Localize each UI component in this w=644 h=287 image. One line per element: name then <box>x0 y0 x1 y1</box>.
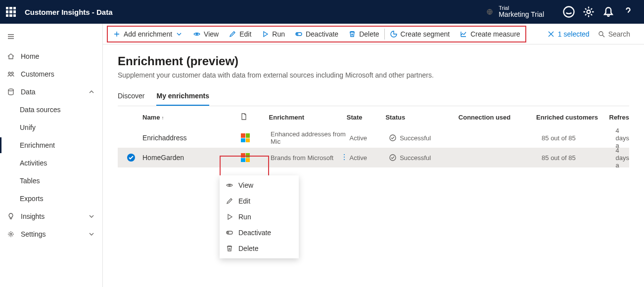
cmd-label: Deactivate <box>306 30 338 38</box>
sidebar-item-activities[interactable]: Activities <box>0 154 102 172</box>
sidebar-toggle[interactable] <box>0 26 102 47</box>
edit-icon <box>226 197 233 205</box>
cmd-run[interactable]: Run <box>256 27 290 41</box>
sort-asc-icon: ↑ <box>161 115 164 121</box>
search-button[interactable]: Search <box>598 30 630 38</box>
cmd-label: Create segment <box>401 30 450 38</box>
sidebar-item-insights[interactable]: Insights <box>0 207 102 225</box>
svg-point-2 <box>587 10 591 14</box>
sidebar-item-unify[interactable]: Unify <box>0 119 102 136</box>
row-more-icon[interactable] <box>340 153 348 163</box>
svg-point-9 <box>296 33 298 35</box>
selection-label: 1 selected <box>558 30 590 38</box>
context-menu: View Edit Run Deactivate Delete <box>220 175 299 258</box>
microsoft-logo-icon <box>241 133 250 142</box>
help-icon[interactable] <box>621 5 635 19</box>
col-state[interactable]: State <box>347 114 386 121</box>
svg-point-5 <box>8 89 13 91</box>
col-connection[interactable]: Connection used <box>459 114 536 121</box>
hamburger-icon <box>7 33 15 41</box>
search-label: Search <box>608 30 630 38</box>
chevron-up-icon <box>88 88 95 96</box>
notifications-icon[interactable] <box>601 5 615 19</box>
feedback-icon[interactable] <box>562 5 576 19</box>
cell-logo <box>241 133 271 142</box>
cell-enrichment: Brands from Microsoft <box>271 154 349 162</box>
check-circle-icon <box>389 154 397 162</box>
cell-customers: 85 out of 85 <box>542 154 615 162</box>
file-icon <box>240 113 248 121</box>
app-launcher-icon[interactable] <box>6 7 16 17</box>
sidebar-item-data[interactable]: Data <box>0 83 102 101</box>
sidebar-item-label: Customers <box>21 70 54 78</box>
sidebar-item-tables[interactable]: Tables <box>0 172 102 190</box>
cmd-add-enrichment[interactable]: Add enrichment <box>108 27 188 41</box>
ctx-label: Deactivate <box>238 229 271 237</box>
cmd-delete[interactable]: Delete <box>343 27 384 41</box>
sidebar: Home Customers Data Data sources Unify E… <box>0 24 103 287</box>
cmd-label: Run <box>272 30 285 38</box>
cmd-label: Delete <box>359 30 379 38</box>
ctx-run[interactable]: Run <box>220 209 299 225</box>
svg-point-10 <box>599 32 603 36</box>
settings-icon[interactable] <box>582 5 596 19</box>
chevron-down-icon <box>88 212 95 220</box>
sidebar-item-data-sources[interactable]: Data sources <box>0 101 102 119</box>
cmd-label: Add enrichment <box>124 30 172 38</box>
tabs: Discover My enrichments <box>118 88 629 106</box>
cmd-create-segment[interactable]: Create segment <box>385 27 455 41</box>
table-row[interactable]: HomeGarden Brands from Microsoft Active … <box>118 148 629 167</box>
row-checked-icon[interactable] <box>127 153 136 162</box>
sidebar-item-label: Enrichment <box>20 141 55 149</box>
cell-state: Active <box>349 154 389 162</box>
svg-point-16 <box>344 159 345 160</box>
cmd-view[interactable]: View <box>188 27 224 41</box>
sidebar-item-home[interactable]: Home <box>0 47 102 65</box>
sidebar-item-exports[interactable]: Exports <box>0 190 102 207</box>
cell-status: Successful <box>389 154 462 162</box>
sidebar-item-label: Settings <box>21 230 46 238</box>
table-header: Name↑ Enrichment State Status Connection… <box>118 106 629 128</box>
sidebar-item-label: Tables <box>20 177 40 185</box>
ctx-deactivate[interactable]: Deactivate <box>220 225 299 241</box>
sidebar-item-customers[interactable]: Customers <box>0 65 102 83</box>
tab-discover[interactable]: Discover <box>118 88 144 106</box>
svg-point-6 <box>10 233 12 235</box>
ctx-view[interactable]: View <box>220 177 299 193</box>
svg-point-1 <box>564 7 574 17</box>
cell-name: HomeGarden <box>142 154 241 162</box>
ctx-edit[interactable]: Edit <box>220 193 299 209</box>
cmd-deactivate[interactable]: Deactivate <box>290 27 343 41</box>
data-icon <box>7 88 15 96</box>
sidebar-item-enrichment[interactable]: Enrichment <box>0 136 102 154</box>
sidebar-item-label: Exports <box>20 195 43 203</box>
edit-icon <box>229 30 236 38</box>
sidebar-item-settings[interactable]: Settings <box>0 225 102 243</box>
svg-point-17 <box>229 185 230 186</box>
trash-icon <box>348 30 356 38</box>
col-name[interactable]: Name↑ <box>142 114 240 121</box>
cell-state: Active <box>349 134 389 142</box>
cmd-create-measure[interactable]: Create measure <box>455 27 525 41</box>
col-customers[interactable]: Enriched customers <box>536 114 609 121</box>
sidebar-item-label: Unify <box>20 123 36 131</box>
col-refreshed[interactable]: Refres <box>609 114 629 121</box>
eye-icon <box>193 30 201 38</box>
cell-logo <box>241 153 271 162</box>
tab-my-enrichments[interactable]: My enrichments <box>156 88 209 106</box>
command-bar: Add enrichment View Edit Run Deactivate … <box>103 24 644 44</box>
svg-point-15 <box>344 157 345 158</box>
selection-count[interactable]: 1 selected <box>547 30 590 38</box>
close-icon <box>547 30 555 38</box>
cmd-edit[interactable]: Edit <box>224 27 256 41</box>
ctx-label: Run <box>238 213 251 221</box>
chart-icon <box>460 30 467 38</box>
environment-picker[interactable]: Trial Marketing Trial <box>486 5 544 18</box>
page-title: Enrichment (preview) <box>118 54 629 68</box>
table-row[interactable]: Enrichaddress Enhanced addresses from Mi… <box>118 128 629 148</box>
ctx-delete[interactable]: Delete <box>220 241 299 256</box>
col-enrichment[interactable]: Enrichment <box>269 114 347 121</box>
cmd-label: Create measure <box>470 30 520 38</box>
cell-name: Enrichaddress <box>142 134 241 142</box>
col-status[interactable]: Status <box>385 114 458 121</box>
